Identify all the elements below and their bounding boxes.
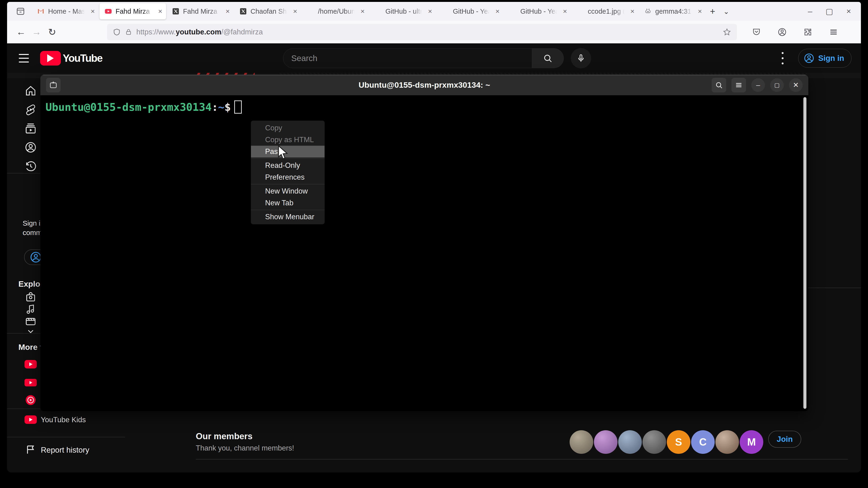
tab-title: /home/Ubuntu/cl [318, 7, 356, 15]
search-button[interactable] [532, 48, 564, 68]
member-avatar[interactable] [643, 430, 666, 454]
pocket-icon[interactable] [752, 28, 761, 36]
guide-menu-icon[interactable] [16, 50, 32, 66]
terminal-titlebar[interactable]: Ubuntu@0155-dsm-prxmx30134: ~ – ▢ ✕ [40, 75, 808, 95]
window-minimize-button[interactable]: – [808, 7, 812, 16]
terminal-close-button[interactable]: ✕ [789, 78, 803, 92]
browser-tab[interactable]: GitHub - Yeach× [437, 3, 503, 19]
sidebar-item-chevron[interactable] [24, 324, 38, 338]
url-bar[interactable]: https://www.youtube.com/@fahdmirza [107, 24, 737, 40]
report-history-label[interactable]: Report history [41, 446, 89, 455]
tab-close-icon[interactable]: × [629, 7, 634, 15]
account-icon[interactable] [777, 27, 787, 37]
tab-list-button[interactable]: ⌄ [719, 4, 733, 18]
more-options-kebab-icon[interactable] [780, 52, 785, 64]
extensions-puzzle-icon[interactable] [803, 28, 812, 36]
member-avatar[interactable] [618, 430, 642, 454]
terminal-context-menu: CopyCopy as HTMLPasteRead-OnlyPreference… [251, 121, 325, 224]
bookmark-star-icon[interactable] [723, 28, 731, 36]
tab-close-icon[interactable]: × [494, 7, 500, 15]
menu-item-read-only[interactable]: Read-Only [251, 160, 324, 171]
browser-tab[interactable]: Fahd Mirza - Y× [99, 3, 166, 19]
menu-item-copy[interactable]: Copy [251, 122, 324, 134]
reload-button[interactable]: ↻ [44, 24, 60, 40]
tab-title: gemma4:31b [655, 7, 693, 15]
ollama-favicon-icon [644, 7, 652, 15]
sidebar-item-shorts[interactable] [24, 102, 38, 117]
sidebar-item-ytpremium[interactable] [24, 357, 38, 371]
member-avatar[interactable] [569, 430, 593, 454]
browser-tab[interactable]: GitHub - Yeach× [504, 3, 571, 19]
terminal-search-button[interactable] [712, 78, 726, 92]
terminal-menu-button[interactable] [732, 78, 746, 92]
tab-close-icon[interactable]: × [562, 7, 567, 15]
new-tab-button[interactable]: + [706, 4, 719, 18]
tab-close-icon[interactable]: × [360, 7, 365, 15]
browser-tab[interactable]: Chaofan Shou× [235, 3, 301, 19]
prompt-user-host: Ubuntu@0155-dsm-prxmx30134 [45, 101, 212, 113]
sidebar-item-history[interactable] [24, 159, 38, 173]
tab-close-icon[interactable]: × [224, 7, 230, 15]
tab-close-icon[interactable]: × [697, 7, 702, 15]
terminal-scrollbar[interactable] [803, 97, 806, 409]
none-favicon-icon [374, 7, 382, 15]
tab-close-icon[interactable]: × [427, 7, 432, 15]
sign-in-button[interactable]: Sign in [798, 49, 851, 68]
browser-tab[interactable]: Fahd Mirza (@× [167, 3, 234, 19]
tab-close-icon[interactable]: × [90, 7, 95, 15]
menu-item-preferences[interactable]: Preferences [251, 171, 324, 183]
mouse-cursor [277, 145, 290, 160]
youtube-kids-label[interactable]: YouTube Kids [41, 416, 86, 424]
menu-item-new-window[interactable]: New Window [251, 185, 324, 197]
member-avatar[interactable]: S [667, 430, 690, 454]
sidebar-item-ytmusic[interactable] [24, 393, 38, 407]
report-history-flag-icon[interactable] [24, 443, 38, 457]
window-close-button[interactable]: × [846, 7, 851, 16]
none-favicon-icon [441, 7, 450, 15]
menu-item-show-menubar[interactable]: Show Menubar [251, 211, 324, 223]
sidebar-item-home[interactable] [24, 84, 38, 98]
member-avatar[interactable] [594, 430, 618, 454]
menu-item-copy-as-html[interactable]: Copy as HTML [251, 134, 324, 146]
more-from-heading: More f [19, 343, 42, 352]
app-menu-icon[interactable] [829, 27, 838, 37]
sidebar-item-subscriptions[interactable] [24, 121, 38, 135]
sign-in-avatar-icon [804, 53, 814, 64]
youtube-kids-icon[interactable] [24, 413, 38, 427]
menu-item-new-tab[interactable]: New Tab [251, 197, 324, 209]
youtube-masthead: YouTube Search Sign in [7, 44, 861, 73]
window-maximize-button[interactable]: ▢ [826, 7, 833, 16]
signin-promo-text-2: comm [23, 229, 42, 237]
join-button[interactable]: Join [768, 431, 801, 448]
browser-tab[interactable]: Home - Masse× [32, 3, 99, 19]
browser-tab[interactable]: GitHub - ultraw× [369, 3, 436, 19]
terminal-cursor [234, 100, 242, 113]
member-avatar[interactable]: M [740, 430, 763, 454]
terminal-window: Ubuntu@0155-dsm-prxmx30134: ~ – ▢ ✕ Ubun… [40, 75, 808, 411]
terminal-body[interactable]: Ubuntu@0155-dsm-prxmx30134:~$ [40, 95, 808, 411]
tab-close-icon[interactable]: × [292, 7, 297, 15]
terminal-search-icon [715, 81, 723, 89]
youtube-logo[interactable]: YouTube [40, 51, 102, 66]
search-input[interactable]: Search [283, 48, 532, 68]
terminal-maximize-button[interactable]: ▢ [770, 78, 784, 92]
member-avatar[interactable]: C [691, 430, 715, 454]
sidebar-item-yttv[interactable] [24, 376, 38, 390]
firefox-view-icon[interactable] [13, 4, 28, 18]
back-button[interactable]: ← [13, 24, 29, 40]
window-controls: – ▢ × [808, 7, 858, 16]
tab-title: Chaofan Shou [250, 7, 289, 15]
members-avatars: SCM [569, 430, 763, 454]
terminal-minimize-button[interactable]: – [751, 78, 765, 92]
browser-tab[interactable]: /home/Ubuntu/cl× [302, 3, 368, 19]
tab-close-icon[interactable]: × [157, 7, 162, 15]
none-favicon-icon [577, 7, 585, 15]
browser-window: Home - Masse×Fahd Mirza - Y×Fahd Mirza (… [7, 2, 861, 473]
browser-tab[interactable]: gemma4:31b× [639, 3, 706, 19]
member-avatar[interactable] [715, 430, 739, 454]
sidebar-item-you[interactable] [24, 140, 38, 154]
voice-search-button[interactable] [571, 48, 591, 68]
browser-tab[interactable]: ccode1.jpg (JPEG× [572, 3, 638, 19]
forward-button[interactable]: → [29, 24, 44, 40]
sidebar-item-music[interactable] [24, 302, 38, 316]
